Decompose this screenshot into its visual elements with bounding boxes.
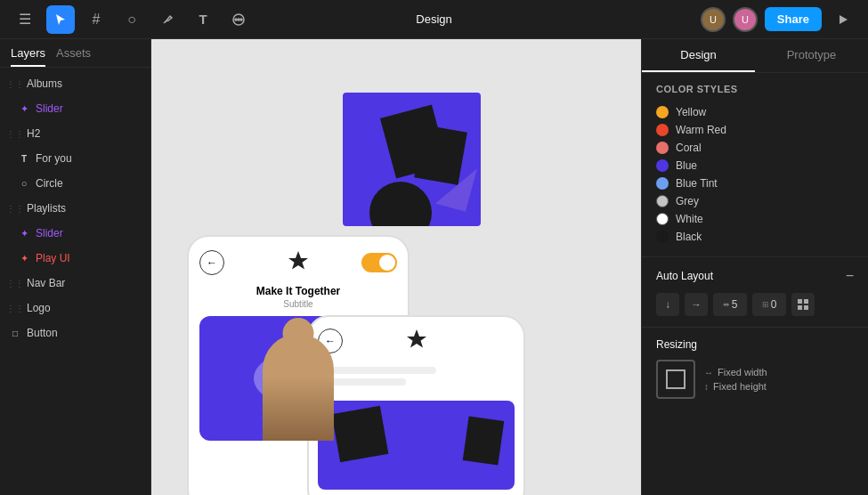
phone-header-2: ← — [318, 326, 515, 356]
layout-grid-icon[interactable] — [791, 293, 815, 316]
person-silhouette — [263, 334, 334, 441]
color-styles-title: Color Styles — [656, 84, 854, 94]
sidebar-item-albums[interactable]: ⋮⋮ Albums — [0, 71, 150, 96]
tab-prototype[interactable]: Prototype — [755, 39, 868, 72]
layer-label: Play UI — [36, 252, 142, 264]
toggle-switch-1[interactable] — [361, 253, 397, 272]
spacing-input[interactable]: ⬌ 5 — [713, 293, 747, 316]
svg-rect-6 — [804, 299, 808, 304]
color-name-grey: Grey — [676, 195, 699, 207]
avatar-2: U — [733, 7, 758, 32]
color-item-warm-red[interactable]: Warm Red — [656, 121, 854, 139]
color-name-warm-red: Warm Red — [676, 124, 726, 136]
tab-layers[interactable]: Layers — [11, 46, 45, 67]
fixed-width-option[interactable]: ↔ Fixed width — [704, 367, 767, 377]
sidebar-item-for-you[interactable]: T For you — [0, 146, 150, 171]
sidebar-item-playlists[interactable]: ⋮⋮ Playlists — [0, 196, 150, 221]
svg-point-1 — [235, 19, 237, 20]
component-icon: ✦ — [18, 227, 30, 239]
present-button[interactable] — [829, 5, 857, 34]
music-icon-1 — [286, 248, 311, 278]
sidebar-item-h2[interactable]: ⋮⋮ H2 — [0, 121, 150, 146]
toolbar: ☰ # ○ T Design U U Share — [0, 0, 868, 39]
component-icon: ✦ — [18, 102, 30, 115]
layer-label: Playlists — [27, 202, 142, 215]
text-tool[interactable]: T — [189, 5, 217, 34]
sidebar-item-slider1[interactable]: ✦ Slider — [0, 96, 150, 121]
svg-point-3 — [240, 19, 242, 20]
layer-label: Button — [27, 327, 142, 339]
svg-rect-8 — [804, 305, 808, 310]
color-swatch-yellow — [656, 106, 669, 118]
color-swatch-warm-red — [656, 124, 669, 136]
direction-right-icon[interactable]: → — [685, 293, 708, 316]
back-button-1[interactable]: ← — [199, 250, 224, 275]
color-swatch-grey — [656, 195, 669, 207]
ellipse-tool[interactable]: ○ — [118, 5, 146, 34]
color-item-grey[interactable]: Grey — [656, 192, 854, 210]
canvas[interactable]: ← Make It Together Subtitle ← — [151, 39, 641, 495]
color-item-black[interactable]: Black — [656, 228, 854, 246]
sidebar-item-slider2[interactable]: ✦ Slider — [0, 221, 150, 246]
drag-icon: ⋮⋮ — [9, 277, 21, 289]
ellipse-icon: ○ — [18, 177, 30, 190]
cursor-tool[interactable] — [46, 5, 75, 34]
text-icon: T — [18, 152, 30, 165]
menu-icon[interactable]: ☰ — [11, 5, 39, 34]
music-icon-2 — [404, 326, 429, 356]
pen-tool[interactable] — [153, 5, 182, 34]
tab-assets[interactable]: Assets — [56, 46, 91, 67]
color-swatch-coral — [656, 142, 669, 154]
resizing-controls: ↔ Fixed width ↕ Fixed height — [656, 360, 854, 399]
comment-tool[interactable] — [224, 5, 253, 34]
direction-down-icon[interactable]: ↓ — [656, 293, 679, 316]
black-shape-1 — [332, 406, 389, 463]
phone-mockup-2[interactable]: ← — [307, 315, 525, 495]
share-button[interactable]: Share — [765, 7, 822, 31]
layer-label: Circle — [36, 177, 142, 190]
color-item-yellow[interactable]: Yellow — [656, 103, 854, 121]
main-area: Layers Assets ⋮⋮ Albums ✦ Slider ⋮⋮ H2 T… — [0, 39, 868, 495]
color-item-blue-tint[interactable]: Blue Tint — [656, 174, 854, 192]
sidebar-item-button[interactable]: □ Button — [0, 321, 150, 345]
layer-list: ⋮⋮ Albums ✦ Slider ⋮⋮ H2 T For you ○ Cir… — [0, 68, 150, 495]
abstract-artwork[interactable] — [343, 93, 481, 226]
sidebar-item-play-ui[interactable]: ✦ Play UI — [0, 246, 150, 271]
layer-label: Albums — [27, 77, 142, 90]
svg-point-2 — [238, 19, 239, 20]
frame-tool[interactable]: # — [82, 5, 110, 34]
phone2-image-area — [318, 401, 515, 490]
drag-icon: ⋮⋮ — [9, 127, 21, 140]
tab-design[interactable]: Design — [642, 39, 755, 72]
phone-title: Make It Together — [199, 285, 397, 297]
drag-icon: ⋮⋮ — [9, 302, 21, 314]
right-panel: Design Prototype Color Styles Yellow War… — [641, 39, 868, 495]
items-input[interactable]: ⊞ 0 — [752, 293, 786, 316]
color-item-white[interactable]: White — [656, 210, 854, 228]
sidebar: Layers Assets ⋮⋮ Albums ✦ Slider ⋮⋮ H2 T… — [0, 39, 151, 495]
auto-layout-title: Auto Layout — [656, 270, 713, 282]
phone-header-1: ← — [199, 248, 397, 278]
color-name-blue-tint: Blue Tint — [676, 177, 718, 190]
items-value: 0 — [771, 298, 777, 311]
sidebar-item-circle[interactable]: ○ Circle — [0, 171, 150, 196]
sidebar-item-logo[interactable]: ⋮⋮ Logo — [0, 296, 150, 321]
layer-label: Slider — [36, 227, 142, 239]
text-line-1 — [318, 367, 436, 374]
component-icon: ✦ — [18, 252, 30, 264]
svg-rect-7 — [798, 305, 802, 310]
auto-layout-remove[interactable]: − — [846, 268, 854, 284]
fixed-height-label: Fixed height — [713, 381, 767, 392]
page-title: Design — [416, 12, 451, 26]
svg-rect-5 — [798, 299, 802, 304]
color-item-coral[interactable]: Coral — [656, 139, 854, 157]
resize-inner-box — [666, 369, 685, 389]
fixed-height-option[interactable]: ↕ Fixed height — [704, 381, 767, 392]
resizing-header: Resizing — [656, 338, 854, 351]
sidebar-item-nav-bar[interactable]: ⋮⋮ Nav Bar — [0, 271, 150, 296]
fixed-width-icon: ↔ — [704, 368, 713, 377]
black-shape-2 — [463, 416, 505, 465]
items-icon: ⊞ — [762, 300, 769, 309]
color-item-blue[interactable]: Blue — [656, 157, 854, 174]
fixed-width-label: Fixed width — [718, 367, 767, 377]
